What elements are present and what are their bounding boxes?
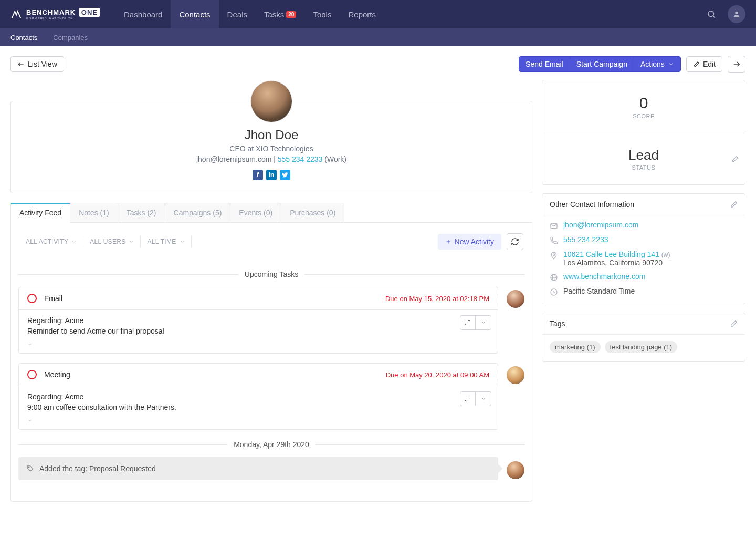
info-timezone: Pacific Standard Time — [563, 287, 635, 295]
tag-event-text: Added the tag: Proposal Requested — [39, 464, 156, 473]
event-owner-avatar[interactable] — [507, 461, 524, 479]
chevron-down-icon — [71, 239, 77, 244]
filter-time-label: ALL TIME — [147, 238, 176, 245]
filter-users[interactable]: ALL USERS — [83, 236, 141, 247]
tab-purchases[interactable]: Purchases (0) — [281, 203, 344, 222]
svg-point-2 — [735, 12, 738, 14]
plus-icon — [445, 239, 452, 245]
detail-tabs: Activity Feed Notes (1) Tasks (2) Campai… — [10, 203, 532, 223]
next-button[interactable] — [728, 56, 746, 73]
refresh-icon — [511, 237, 519, 246]
user-menu-icon[interactable] — [728, 5, 746, 23]
task-card[interactable]: Email Due on May 15, 2020 at 02:18 PM Re… — [18, 287, 498, 354]
contact-phone[interactable]: 555 234 2233 — [278, 155, 323, 163]
subnav-contacts[interactable]: Contacts — [10, 34, 37, 42]
contact-email: jhon@loremipsum.com — [196, 155, 271, 163]
brand-logo[interactable]: BENCHMARK ONE FORMERLY HATCHBUCK — [10, 8, 100, 20]
logo-icon — [10, 8, 22, 20]
pencil-icon — [731, 156, 739, 163]
list-view-button[interactable]: List View — [10, 56, 64, 72]
refresh-button[interactable] — [507, 233, 523, 250]
tab-events[interactable]: Events (0) — [230, 203, 281, 222]
info-address-line2: Los Alamitos, California 90720 — [563, 258, 663, 267]
svg-point-7 — [28, 467, 29, 468]
chevron-down-icon — [481, 320, 486, 325]
brand-sub: FORMERLY HATCHBUCK — [26, 17, 100, 20]
nav-reports[interactable]: Reports — [340, 0, 384, 28]
tab-tasks[interactable]: Tasks (2) — [118, 203, 165, 222]
info-website[interactable]: www.benchmarkone.com — [563, 272, 645, 281]
svg-line-1 — [713, 16, 715, 17]
tag-chip[interactable]: test landing page (1) — [605, 341, 678, 353]
task-note: 9:00 am coffee consultation with the Par… — [27, 403, 489, 411]
tag-event-row: Added the tag: Proposal Requested — [18, 457, 524, 480]
task-status-ring-icon[interactable] — [27, 370, 37, 379]
filter-time[interactable]: ALL TIME — [141, 236, 191, 247]
info-email[interactable]: jhon@loremipsum.com — [563, 221, 638, 229]
task-owner-avatar[interactable] — [507, 366, 524, 384]
tab-campaigns[interactable]: Campaigns (5) — [165, 203, 231, 222]
task-owner-avatar[interactable] — [507, 290, 524, 308]
task-edit-button[interactable] — [460, 391, 476, 406]
tag-icon — [27, 465, 34, 472]
info-address: 10621 Calle Lee Building 141 (w) Los Ala… — [563, 250, 670, 267]
nav-dashboard[interactable]: Dashboard — [116, 0, 171, 28]
facebook-icon[interactable]: f — [253, 170, 263, 180]
other-info-edit-button[interactable] — [730, 201, 738, 208]
send-email-button[interactable]: Send Email — [519, 56, 570, 72]
new-activity-button[interactable]: New Activity — [438, 234, 501, 250]
task-type: Email — [44, 294, 62, 303]
contact-title: CEO at XIO Technologies — [22, 144, 521, 153]
brand-boxed: ONE — [79, 8, 100, 17]
edit-button[interactable]: Edit — [686, 56, 722, 72]
new-activity-label: New Activity — [455, 237, 494, 246]
arrow-right-icon — [732, 60, 741, 68]
info-address-line1[interactable]: 10621 Calle Lee Building 141 — [563, 250, 659, 258]
contact-name: Jhon Doe — [22, 128, 521, 142]
actions-button[interactable]: Actions — [634, 56, 681, 72]
task-edit-button[interactable] — [460, 315, 476, 330]
contact-avatar — [250, 80, 292, 122]
task-more-button[interactable] — [476, 315, 491, 330]
activity-feed: ALL ACTIVITY ALL USERS ALL TIME New Acti… — [10, 223, 532, 502]
search-icon[interactable] — [702, 5, 720, 23]
linkedin-icon[interactable]: in — [266, 170, 277, 180]
nav-tasks[interactable]: Tasks20 — [256, 0, 304, 28]
tags-edit-button[interactable] — [730, 320, 738, 327]
task-note: Reminder to send Acme our final proposal — [27, 327, 489, 335]
task-card[interactable]: Meeting Due on May 20, 2020 at 09:00 AM … — [18, 363, 498, 430]
task-expand[interactable]: ⌄ — [27, 416, 489, 423]
info-phone[interactable]: 555 234 2233 — [563, 235, 608, 244]
nav-deals[interactable]: Deals — [219, 0, 256, 28]
tag-chip[interactable]: marketing (1) — [550, 341, 601, 353]
task-more-button[interactable] — [476, 391, 491, 406]
pencil-icon — [730, 201, 738, 208]
pencil-icon — [465, 396, 471, 402]
start-campaign-button[interactable]: Start Campaign — [570, 56, 634, 72]
section-upcoming-label: Upcoming Tasks — [245, 270, 298, 278]
filter-activity-label: ALL ACTIVITY — [26, 238, 68, 245]
clock-icon — [550, 288, 558, 296]
score-status-card: 0 SCORE Lead STATUS — [542, 80, 746, 185]
status-edit-button[interactable] — [731, 156, 739, 163]
status-label: STATUS — [548, 164, 740, 171]
tags-title: Tags — [550, 319, 565, 328]
location-icon — [550, 251, 558, 260]
nav-tools[interactable]: Tools — [304, 0, 340, 28]
twitter-icon[interactable] — [280, 170, 290, 180]
task-status-ring-icon[interactable] — [27, 294, 37, 303]
filter-users-label: ALL USERS — [90, 238, 125, 245]
filter-activity[interactable]: ALL ACTIVITY — [19, 236, 83, 247]
task-expand[interactable]: ⌄ — [27, 339, 489, 347]
mail-icon — [550, 222, 558, 230]
tab-activity[interactable]: Activity Feed — [10, 203, 70, 222]
task-due: Due on May 20, 2020 at 09:00 AM — [386, 371, 489, 379]
tag-event[interactable]: Added the tag: Proposal Requested — [18, 457, 498, 480]
task-type: Meeting — [44, 370, 70, 379]
profile-card: Jhon Doe CEO at XIO Technologies jhon@lo… — [10, 101, 532, 193]
svg-point-9 — [553, 254, 554, 255]
subnav-companies[interactable]: Companies — [53, 34, 88, 42]
nav-contacts[interactable]: Contacts — [171, 0, 218, 28]
status-value: Lead — [548, 147, 740, 163]
tab-notes[interactable]: Notes (1) — [70, 203, 118, 222]
